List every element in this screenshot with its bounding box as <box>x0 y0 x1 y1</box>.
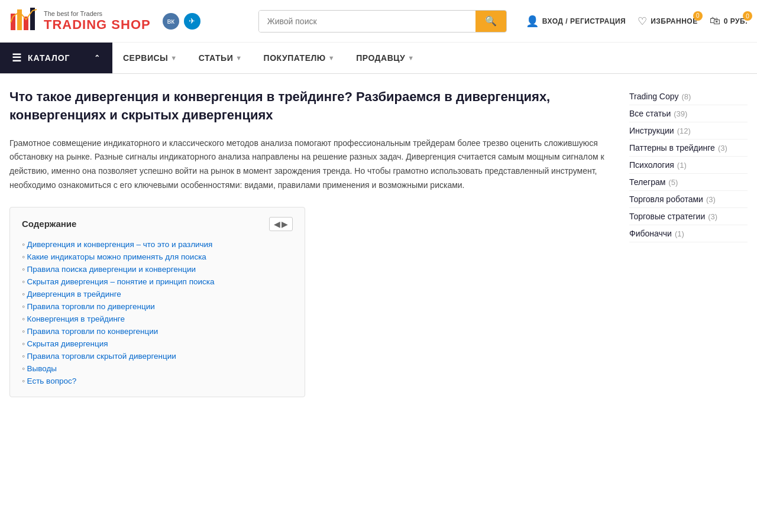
toc-list-item[interactable]: Конвергенция в трейдинге <box>22 313 293 325</box>
sidebar-item[interactable]: Торговля роботами(3) <box>629 191 748 208</box>
main-nav: ☰ КАТАЛОГ ⌃ СЕРВИСЫ ▼ СТАТЬИ ▼ ПОКУПАТЕЛ… <box>0 43 757 74</box>
sidebar-item-name: Фибоначчи <box>629 229 672 238</box>
nav-item-articles[interactable]: СТАТЬИ ▼ <box>188 43 253 73</box>
toc-list: Дивергенция и конвергенция – что это и р… <box>22 238 293 387</box>
toc-list-item[interactable]: Скрытая дивергенция <box>22 338 293 350</box>
article-title: Что такое дивергенция и конвергенция в т… <box>9 88 615 125</box>
main-container: Что такое дивергенция и конвергенция в т… <box>0 74 757 411</box>
sidebar-item-name: Trading Copy <box>629 92 679 101</box>
sidebar-item[interactable]: Все статьи(39) <box>629 105 748 122</box>
sidebar-item[interactable]: Инструкции(12) <box>629 122 748 140</box>
logo-svg <box>9 5 39 37</box>
sidebar-item-count: (5) <box>668 178 678 187</box>
sidebar-item[interactable]: Паттерны в трейдинге(3) <box>629 140 748 157</box>
toc-box: Содержание ◀ ▶ Дивергенция и конвергенци… <box>9 207 305 397</box>
article-area: Что такое дивергенция и конвергенция в т… <box>9 88 615 397</box>
site-header: The best for Traders TRADING SHOP вк ✈ 🔍… <box>0 0 757 43</box>
toc-list-item[interactable]: Дивергенция и конвергенция – что это и р… <box>22 238 293 251</box>
sidebar-item[interactable]: Телеграм(5) <box>629 174 748 191</box>
services-chevron-icon: ▼ <box>170 54 177 61</box>
cart-link[interactable]: 🛍 0 0 РУБ. <box>710 15 748 27</box>
favorites-link[interactable]: ♡ 0 ИЗБРАННОЕ <box>638 15 698 28</box>
heart-icon: ♡ <box>638 15 647 28</box>
search-button[interactable]: 🔍 <box>475 11 506 32</box>
search-input[interactable] <box>259 11 475 32</box>
toc-header: Содержание ◀ ▶ <box>22 217 293 231</box>
user-icon: 👤 <box>526 15 539 28</box>
nav-buyer-label: ПОКУПАТЕЛЮ <box>264 53 326 63</box>
nav-item-seller[interactable]: ПРОДАВЦУ ▼ <box>345 43 425 73</box>
nav-seller-label: ПРОДАВЦУ <box>356 53 405 63</box>
social-icons: вк ✈ <box>163 13 200 30</box>
toc-list-item[interactable]: Дивергенция в трейдинге <box>22 288 293 300</box>
sidebar-item-count: (3) <box>718 144 727 153</box>
sidebar-item-count: (39) <box>674 109 687 118</box>
article-intro: Грамотное совмещение индикаторного и кла… <box>9 137 615 193</box>
sidebar-item-count: (3) <box>708 212 717 221</box>
toc-list-item[interactable]: Правила поиска дивергенции и конвергенци… <box>22 263 293 275</box>
sidebar-item-name: Торговля роботами <box>629 194 703 204</box>
toc-list-item[interactable]: Правила торговли по конвергенции <box>22 325 293 338</box>
sidebar-item-count: (3) <box>706 195 716 204</box>
catalog-chevron-icon: ⌃ <box>94 54 101 62</box>
nav-item-services[interactable]: СЕРВИСЫ ▼ <box>112 43 188 73</box>
toc-toggle-icon-2: ▶ <box>282 219 288 229</box>
sidebar-item-count: (1) <box>675 229 684 238</box>
sidebar-item-count: (12) <box>677 126 691 135</box>
toc-list-item[interactable]: Выводы <box>22 362 293 375</box>
sidebar-item[interactable]: Trading Copy(8) <box>629 88 748 105</box>
logo-tagline: The best for Traders <box>44 10 151 17</box>
sidebar-item[interactable]: Психология(1) <box>629 157 748 174</box>
sidebar: Trading Copy(8)Все статьи(39)Инструкции(… <box>629 88 748 397</box>
sidebar-item-name: Торговые стратегии <box>629 212 705 221</box>
toc-toggle-button[interactable]: ◀ ▶ <box>269 217 293 231</box>
cart-icon: 🛍 <box>710 15 720 27</box>
telegram-icon[interactable]: ✈ <box>184 13 200 30</box>
sidebar-item-name: Все статьи <box>629 109 671 118</box>
buyer-chevron-icon: ▼ <box>328 54 335 61</box>
sidebar-item[interactable]: Фибоначчи(1) <box>629 225 748 242</box>
seller-chevron-icon: ▼ <box>407 54 414 61</box>
toc-list-item[interactable]: Какие индикаторы можно применять для пои… <box>22 251 293 263</box>
toc-title: Содержание <box>22 219 76 229</box>
sidebar-item-name: Психология <box>629 160 674 170</box>
sidebar-item-name: Паттерны в трейдинге <box>629 143 715 153</box>
favorites-badge: 0 <box>693 11 703 21</box>
hamburger-icon: ☰ <box>12 51 22 64</box>
sidebar-item-name: Инструкции <box>629 126 674 135</box>
catalog-button[interactable]: ☰ КАТАЛОГ ⌃ <box>0 43 112 73</box>
sidebar-item-name: Телеграм <box>629 177 665 187</box>
nav-articles-label: СТАТЬИ <box>199 53 234 63</box>
toc-toggle-icon-1: ◀ <box>274 219 280 229</box>
logo-link[interactable]: The best for Traders TRADING SHOP <box>9 5 151 37</box>
toc-list-item[interactable]: Правила торговли по дивергенции <box>22 300 293 313</box>
sidebar-item-count: (8) <box>682 92 691 101</box>
cart-badge: 0 <box>743 11 752 21</box>
toc-list-item[interactable]: Скрытая дивергенция – понятие и принцип … <box>22 275 293 288</box>
sidebar-item-count: (1) <box>677 161 687 170</box>
catalog-label: КАТАЛОГ <box>28 53 88 63</box>
login-label: ВХОД / РЕГИСТРАЦИЯ <box>542 17 626 25</box>
toc-list-item[interactable]: Правила торговли скрытой дивергенции <box>22 350 293 362</box>
articles-chevron-icon: ▼ <box>235 54 242 61</box>
logo-text-block: The best for Traders TRADING SHOP <box>44 10 151 33</box>
login-link[interactable]: 👤 ВХОД / РЕГИСТРАЦИЯ <box>526 15 626 28</box>
logo-brand: TRADING SHOP <box>44 17 151 33</box>
favorites-label: ИЗБРАННОЕ <box>651 17 698 25</box>
search-area: 🔍 <box>258 10 507 33</box>
toc-list-item[interactable]: Есть вопрос? <box>22 375 293 387</box>
vk-icon[interactable]: вк <box>163 13 179 30</box>
sidebar-item[interactable]: Торговые стратегии(3) <box>629 208 748 225</box>
nav-item-buyer[interactable]: ПОКУПАТЕЛЮ ▼ <box>253 43 346 73</box>
nav-services-label: СЕРВИСЫ <box>123 53 168 63</box>
header-actions: 👤 ВХОД / РЕГИСТРАЦИЯ ♡ 0 ИЗБРАННОЕ 🛍 0 0… <box>526 15 748 28</box>
